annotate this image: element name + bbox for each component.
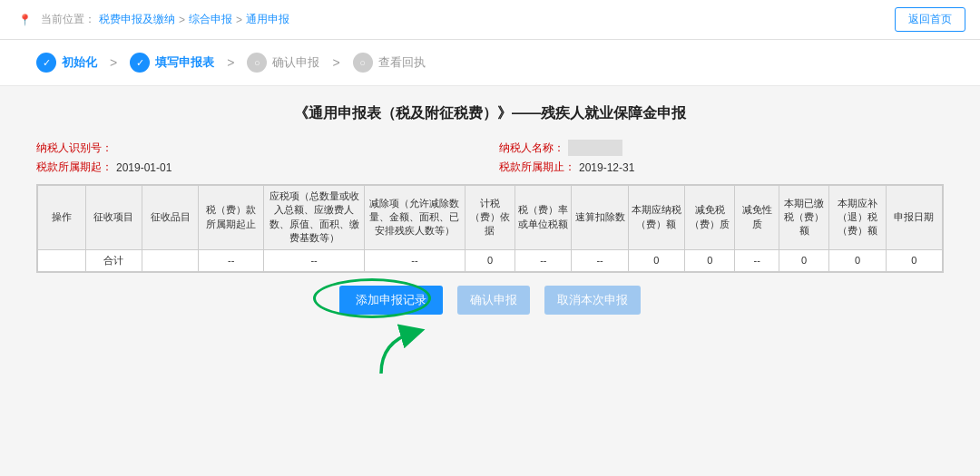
td-item2 xyxy=(142,249,198,271)
step-4: ○ 查看回执 xyxy=(353,53,426,73)
th-calc: 计税（费）依据 xyxy=(465,186,514,250)
cancel-submit-button[interactable]: 取消本次申报 xyxy=(544,286,641,315)
taxpayer-name-label: 纳税人名称： xyxy=(499,141,564,156)
arrow-area xyxy=(0,324,944,378)
td-exempt2: -- xyxy=(735,249,779,271)
th-exempt1: 减免税（费）质 xyxy=(685,186,735,250)
info-grid: 纳税人识别号： 纳税人名称： 税款所属期起： 2019-01-01 税款所属期止… xyxy=(36,140,944,175)
th-deduct: 速算扣除数 xyxy=(572,186,628,250)
td-refund: 0 xyxy=(829,249,886,271)
step-2: ✓ 填写申报表 xyxy=(130,53,214,73)
form-title: 《通用申报表（税及附征税费）》——残疾人就业保障金申报 xyxy=(36,104,944,123)
step-arrow-3: > xyxy=(332,55,339,70)
tax-period-start-label: 税款所属期起： xyxy=(36,160,113,175)
table-header-row: 操作 征收项目 征收品目 税（费）款所属期起止 应税项（总数量或收入总额、应缴费… xyxy=(38,186,943,250)
step-1-label: 初始化 xyxy=(62,54,97,71)
green-arrow-icon xyxy=(372,324,426,378)
tax-period-end-value: 2019-12-31 xyxy=(579,161,652,174)
step-arrow-1: > xyxy=(110,55,117,70)
td-op xyxy=(38,249,86,271)
th-op: 操作 xyxy=(38,186,86,250)
breadcrumb-item-2[interactable]: 通用申报 xyxy=(246,12,289,27)
table-row-total: 合计 -- -- -- 0 -- -- 0 0 -- 0 0 0 xyxy=(38,249,943,271)
td-apply: -- xyxy=(264,249,365,271)
taxpayer-info: 纳税人识别号： 纳税人名称： 税款所属期起： 2019-01-01 税款所属期止… xyxy=(36,140,944,175)
data-table: 操作 征收项目 征收品目 税（费）款所属期起止 应税项（总数量或收入总额、应缴费… xyxy=(36,184,944,273)
tax-period-start-value: 2019-01-01 xyxy=(116,161,189,174)
confirm-submit-button[interactable]: 确认申报 xyxy=(457,286,530,315)
th-date: 申报日期 xyxy=(886,186,942,250)
add-record-button[interactable]: 添加申报记录 xyxy=(339,286,443,315)
button-area: 添加申报记录 确认申报 取消本次申报 xyxy=(36,286,944,315)
taxpayer-name-value xyxy=(568,140,622,156)
step-3-label: 确认申报 xyxy=(272,54,319,71)
th-refund: 本期应补（退）税（费）额 xyxy=(829,186,886,250)
taxpayer-id-row: 纳税人识别号： xyxy=(36,140,481,156)
taxpayer-id-label: 纳税人识别号： xyxy=(36,141,113,156)
step-2-label: 填写申报表 xyxy=(155,54,214,71)
td-rate: -- xyxy=(515,249,572,271)
step-arrow-2: > xyxy=(227,55,234,70)
th-reduce: 减除项（允许减除数量、金额、面积、已安排残疾人数等） xyxy=(365,186,466,250)
breadcrumb-item-1[interactable]: 综合申报 xyxy=(189,12,232,27)
report-table: 操作 征收项目 征收品目 税（费）款所属期起止 应税项（总数量或收入总额、应缴费… xyxy=(37,185,943,272)
th-apply: 应税项（总数量或收入总额、应缴费人数、原值、面积、缴费基数等） xyxy=(264,186,365,250)
return-home-button[interactable]: 返回首页 xyxy=(895,7,965,32)
td-reduce: -- xyxy=(365,249,466,271)
breadcrumb-sep-0: > xyxy=(179,14,185,26)
breadcrumb-prefix: 当前位置： xyxy=(41,12,95,27)
th-item1: 征收项目 xyxy=(85,186,142,250)
th-payable: 本期应纳税（费）额 xyxy=(628,186,684,250)
button-row: 添加申报记录 确认申报 取消本次申报 xyxy=(36,286,944,315)
location-icon: 📍 xyxy=(18,14,32,26)
tax-period-end-row: 税款所属期止： 2019-12-31 xyxy=(499,160,944,175)
td-date: 0 xyxy=(886,249,942,271)
td-period: -- xyxy=(199,249,264,271)
tax-period-end-label: 税款所属期止： xyxy=(499,160,575,175)
step-1: ✓ 初始化 xyxy=(36,53,97,73)
th-paid: 本期已缴税（费）额 xyxy=(779,186,828,250)
taxpayer-name-row: 纳税人名称： xyxy=(499,140,944,156)
th-exempt2: 减免性质 xyxy=(735,186,779,250)
td-calc: 0 xyxy=(465,249,514,271)
th-rate: 税（费）率或单位税额 xyxy=(515,186,572,250)
step-4-label: 查看回执 xyxy=(378,54,426,71)
breadcrumb: 📍 当前位置： 税费申报及缴纳 > 综合申报 > 通用申报 xyxy=(15,12,289,27)
step-3: ○ 确认申报 xyxy=(247,53,319,73)
main-content: 《通用申报表（税及附征税费）》——残疾人就业保障金申报 纳税人识别号： 纳税人名… xyxy=(0,86,980,396)
th-period: 税（费）款所属期起止 xyxy=(199,186,264,250)
step-4-circle: ○ xyxy=(353,53,373,73)
breadcrumb-sep-1: > xyxy=(236,14,242,26)
step-2-circle: ✓ xyxy=(130,53,150,73)
steps-bar: ✓ 初始化 > ✓ 填写申报表 > ○ 确认申报 > ○ 查看回执 xyxy=(0,40,980,86)
step-3-circle: ○ xyxy=(247,53,267,73)
top-bar: 📍 当前位置： 税费申报及缴纳 > 综合申报 > 通用申报 返回首页 xyxy=(0,0,980,40)
td-exempt1: 0 xyxy=(685,249,735,271)
td-paid: 0 xyxy=(779,249,828,271)
th-item2: 征收品目 xyxy=(142,186,198,250)
breadcrumb-item-0[interactable]: 税费申报及缴纳 xyxy=(99,12,175,27)
tax-period-start-row: 税款所属期起： 2019-01-01 xyxy=(36,160,481,175)
td-deduct: -- xyxy=(572,249,628,271)
td-item1: 合计 xyxy=(85,249,142,271)
td-payable: 0 xyxy=(628,249,684,271)
step-1-circle: ✓ xyxy=(36,53,56,73)
